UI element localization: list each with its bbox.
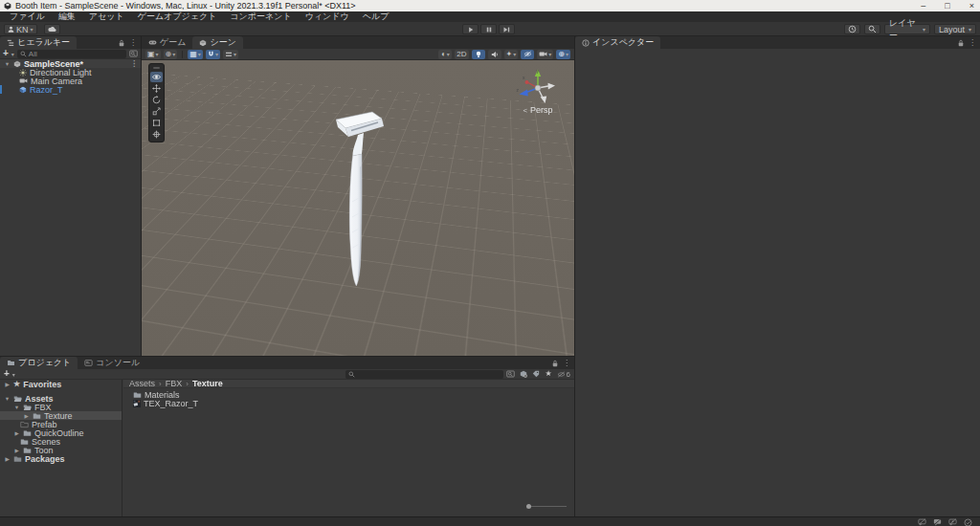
save-search-star-icon[interactable]: ★	[545, 370, 551, 378]
create-asset-button[interactable]: +	[4, 369, 10, 379]
create-object-button[interactable]: +	[3, 49, 9, 58]
tab-console[interactable]: コンソール	[78, 357, 146, 369]
breadcrumb-fbx[interactable]: FBX	[166, 379, 183, 388]
tree-item-scenes[interactable]: Scenes	[0, 437, 122, 446]
scene-lighting-button[interactable]	[472, 50, 485, 59]
view-tool-button[interactable]	[150, 72, 163, 82]
hierarchy-item-razor[interactable]: Razor_T	[0, 85, 141, 94]
console-info-muted-icon[interactable]	[948, 518, 957, 526]
panel-menu-icon[interactable]: ⋮	[563, 359, 570, 367]
axis-z-cone[interactable]	[520, 90, 528, 97]
undo-history-button[interactable]	[844, 24, 860, 34]
2d-toggle-button[interactable]: 2D	[455, 50, 468, 59]
lock-icon[interactable]	[119, 39, 124, 47]
tree-item-favorites[interactable]: ▶ ★ Favorites	[0, 380, 122, 388]
tab-inspector[interactable]: インスペクター	[575, 36, 660, 49]
grid-snapping-button[interactable]: ▾	[206, 50, 220, 59]
foldout-closed-icon[interactable]: ▶	[13, 448, 20, 453]
foldout-closed-icon[interactable]: ▶	[4, 456, 11, 462]
tree-item-quickoutline[interactable]: ▶ QuickOutline	[0, 428, 122, 437]
cache-server-status-icon[interactable]	[964, 518, 972, 526]
hierarchy-search-input[interactable]: All	[17, 50, 126, 58]
lock-icon[interactable]	[958, 39, 964, 47]
layout-dropdown[interactable]: Layout ▾	[934, 24, 976, 34]
perspective-toggle[interactable]: < Persp	[507, 105, 568, 115]
orientation-gizmo[interactable]: y x z	[515, 67, 561, 107]
step-button[interactable]	[499, 24, 515, 34]
chevron-down-icon: ▾	[548, 52, 551, 57]
foldout-open-icon[interactable]: ▼	[13, 405, 20, 410]
search-icon	[20, 51, 27, 57]
move-tool-button[interactable]	[150, 83, 163, 94]
tab-scene[interactable]: シーン	[192, 36, 242, 49]
search-button[interactable]	[864, 24, 880, 34]
tree-item-assets[interactable]: ▼ Assets	[0, 394, 122, 403]
foldout-closed-icon[interactable]: ▶	[13, 430, 20, 436]
tool-handle-rotation-button[interactable]: ⊕ ▾	[164, 50, 178, 59]
tab-game[interactable]: ゲーム	[142, 36, 192, 49]
close-button[interactable]: ×	[969, 1, 974, 11]
snap-settings-button[interactable]: ▾	[223, 50, 238, 59]
breadcrumb-texture[interactable]: Texture	[192, 379, 223, 388]
maximize-button[interactable]: □	[945, 1, 949, 11]
asset-item-tex-razor[interactable]: TEX_Razor_T	[123, 399, 574, 407]
console-warning-muted-icon[interactable]	[933, 518, 942, 526]
account-button[interactable]: KN ▾	[4, 24, 37, 34]
project-panel: プロジェクト コンソール ⋮ + ▾ ★ 6 ▶	[0, 356, 574, 516]
slider-knob[interactable]	[526, 504, 531, 509]
scale-tool-button[interactable]	[150, 106, 163, 117]
tab-project[interactable]: プロジェクト	[0, 357, 78, 369]
panel-menu-icon[interactable]: ⋮	[129, 38, 137, 47]
gizmo-center[interactable]	[535, 85, 541, 91]
layers-dropdown[interactable]: レイヤー ▾	[884, 24, 930, 34]
hidden-packages-toggle[interactable]: 6	[557, 370, 570, 379]
thumbnail-size-slider[interactable]	[526, 504, 567, 509]
lock-icon[interactable]	[552, 360, 558, 367]
axis-x-ball[interactable]	[525, 80, 529, 84]
search-window-icon[interactable]	[506, 370, 515, 378]
tool-handle-pivot-button[interactable]: ▣ ▾	[145, 50, 161, 59]
folder-icon	[13, 455, 22, 463]
effects-button[interactable]: ✦ ▾	[504, 50, 519, 59]
panel-menu-icon[interactable]: ⋮	[969, 38, 976, 47]
gizmos-button[interactable]: ⊕ ▾	[556, 50, 570, 59]
axis-z-label: z	[517, 87, 520, 93]
chevron-down-icon[interactable]: ▾	[11, 51, 14, 57]
search-window-icon[interactable]	[129, 50, 138, 57]
foldout-open-icon[interactable]: ▼	[4, 396, 11, 402]
tree-item-texture[interactable]: ▶ Texture	[0, 411, 122, 420]
overlay-drag-handle[interactable]	[153, 67, 160, 69]
transform-tool-button[interactable]	[150, 129, 163, 140]
breadcrumb: Assets › FBX › Texture	[123, 380, 574, 388]
scene-camera-button[interactable]: ▾	[537, 50, 553, 59]
play-button[interactable]	[462, 24, 479, 34]
console-error-muted-icon[interactable]	[918, 518, 926, 526]
rotate-tool-button[interactable]	[150, 95, 163, 105]
scene-menu-icon[interactable]: ⋮	[130, 59, 141, 68]
project-search-input[interactable]	[345, 370, 503, 379]
axis-cone-white-down[interactable]	[541, 97, 547, 103]
search-by-label-icon[interactable]	[532, 370, 540, 378]
axis-cone-white-right[interactable]	[548, 83, 556, 90]
grid-visibility-button[interactable]: ▦ ▾	[188, 50, 203, 59]
folder-icon	[23, 447, 32, 454]
tree-item-packages[interactable]: ▶ Packages	[0, 454, 122, 463]
hierarchy-item-main-camera[interactable]: Main Camera	[0, 77, 141, 85]
foldout-open-icon[interactable]: ▼	[4, 61, 11, 67]
tab-console-label: コンソール	[96, 357, 140, 369]
chevron-down-icon[interactable]: ▾	[12, 371, 15, 378]
scene-viewport[interactable]: y x z < Persp	[142, 60, 574, 356]
razor-3d-model[interactable]	[334, 110, 388, 292]
tab-hierarchy[interactable]: ヒエラルキー	[0, 36, 77, 49]
minimize-button[interactable]: –	[921, 1, 925, 11]
foldout-closed-icon[interactable]: ▶	[4, 382, 11, 387]
rect-tool-button[interactable]	[150, 118, 163, 128]
foldout-closed-icon[interactable]: ▶	[23, 413, 30, 419]
scene-audio-button[interactable]	[488, 50, 501, 59]
search-by-type-icon[interactable]	[520, 370, 527, 378]
cloud-services-button[interactable]	[44, 24, 60, 34]
draw-mode-button[interactable]: ◐ ▾	[438, 50, 452, 59]
scene-visibility-button[interactable]	[521, 50, 534, 59]
pause-button[interactable]	[480, 24, 497, 34]
breadcrumb-assets[interactable]: Assets	[129, 379, 155, 388]
